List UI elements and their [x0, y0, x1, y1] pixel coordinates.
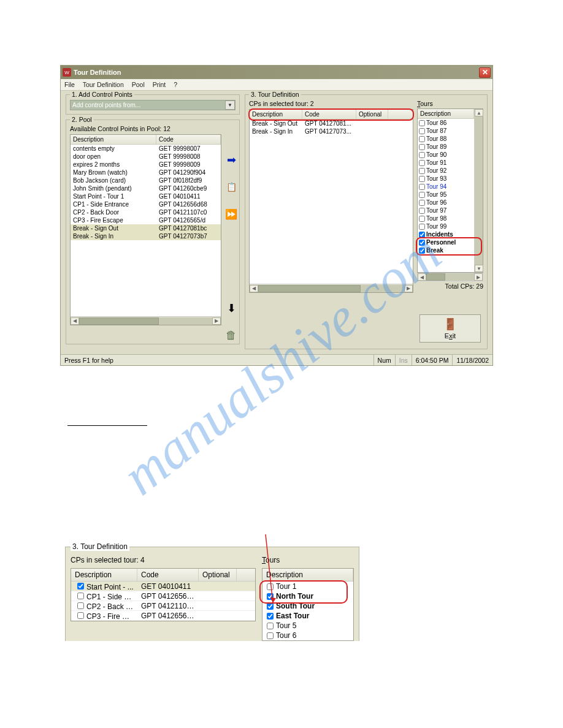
- tour-checkbox[interactable]: [419, 120, 425, 126]
- scroll-thumb[interactable]: [426, 273, 445, 281]
- tours-hscroll[interactable]: ◀ ▶: [417, 273, 483, 281]
- tour-checkbox[interactable]: [419, 216, 425, 222]
- pool-hscroll[interactable]: ◀ ▶: [71, 316, 221, 325]
- scroll-track[interactable]: [426, 273, 474, 281]
- pool-row[interactable]: Break - Sign OutGPT 04127081bc: [71, 224, 221, 232]
- scroll-left-icon[interactable]: ◀: [418, 273, 426, 281]
- lower-row-checkbox[interactable]: [77, 612, 84, 619]
- scroll-track[interactable]: [258, 285, 404, 292]
- pool-row[interactable]: contents emptyGET 99998007: [71, 145, 221, 153]
- tour-checkbox[interactable]: [419, 152, 425, 158]
- scroll-right-icon[interactable]: ▶: [404, 285, 413, 292]
- lower-tours-table[interactable]: Description Tour 1North TourSouth TourEa…: [262, 568, 354, 641]
- menu-pool[interactable]: Pool: [132, 81, 145, 88]
- lower-tour-row[interactable]: North Tour: [262, 591, 353, 601]
- cps-header-code[interactable]: Code: [302, 110, 356, 119]
- tour-checkbox[interactable]: [419, 208, 425, 214]
- tour-checkbox[interactable]: [419, 176, 425, 182]
- tour-checkbox[interactable]: [419, 240, 425, 246]
- tour-row[interactable]: Tour 93: [418, 175, 474, 183]
- pool-row[interactable]: door openGET 99998008: [71, 153, 221, 161]
- lower-tour-checkbox[interactable]: [267, 613, 274, 620]
- tour-checkbox[interactable]: [419, 128, 425, 134]
- lower-tour-row[interactable]: Tour 1: [262, 582, 353, 591]
- tour-row[interactable]: Tour 96: [418, 199, 474, 207]
- tour-row[interactable]: Tour 92: [418, 167, 474, 175]
- scroll-right-icon[interactable]: ▶: [474, 273, 483, 281]
- pool-row[interactable]: John Smith (pendant)GPT 041260cbe9: [71, 184, 221, 192]
- lower-header-code[interactable]: Code: [137, 569, 199, 581]
- tour-checkbox[interactable]: [419, 224, 425, 230]
- pool-header-description[interactable]: Description: [71, 135, 156, 144]
- chevron-down-icon[interactable]: ▼: [225, 100, 235, 110]
- lower-header-optional[interactable]: Optional: [199, 569, 237, 581]
- cps-header-optional[interactable]: Optional: [356, 110, 388, 119]
- lower-tour-checkbox[interactable]: [267, 593, 274, 600]
- menu-tour-definition[interactable]: Tour Definition: [83, 81, 124, 88]
- tour-checkbox[interactable]: [419, 232, 425, 238]
- cps-hscroll[interactable]: ◀ ▶: [250, 284, 413, 292]
- tour-row[interactable]: Tour 94: [418, 183, 474, 191]
- lower-cps-table[interactable]: Description Code Optional Start Point - …: [71, 568, 256, 621]
- tour-row[interactable]: Tour 97: [418, 207, 474, 214]
- pool-header-code[interactable]: Code: [156, 135, 221, 144]
- pool-row[interactable]: Bob Jackson (card)GPT 0f018f2df9: [71, 176, 221, 184]
- tour-row[interactable]: Tour 86: [418, 119, 474, 127]
- pool-row[interactable]: CP3 - Fire EscapeGPT 04126565/d: [71, 216, 221, 224]
- lower-tour-checkbox[interactable]: [267, 583, 274, 590]
- lower-row-checkbox[interactable]: [77, 602, 84, 609]
- tour-checkbox[interactable]: [419, 192, 425, 198]
- lower-tour-row[interactable]: Tour 6: [262, 631, 353, 640]
- lower-tours-header[interactable]: Description: [262, 569, 353, 581]
- scroll-left-icon[interactable]: ◀: [71, 317, 79, 325]
- cps-table[interactable]: Description Code Optional Break - Sign O…: [249, 109, 413, 293]
- tour-row[interactable]: Incidents: [418, 230, 474, 238]
- lower-cps-row[interactable]: CP2 - Back D...GPT 04121107...: [71, 601, 255, 611]
- pool-row[interactable]: CP1 - Side EntranceGPT 0412656d68: [71, 200, 221, 208]
- pool-row[interactable]: Mary Brown (watch)GPT 041290f904: [71, 169, 221, 176]
- lower-tour-checkbox[interactable]: [267, 603, 274, 610]
- copy-button[interactable]: 📋: [224, 180, 239, 194]
- cps-row[interactable]: Break - Sign InGPT 04127073...: [250, 127, 413, 135]
- move-all-right-button[interactable]: ⏩: [224, 207, 239, 221]
- lower-row-checkbox[interactable]: [77, 593, 84, 599]
- tour-checkbox[interactable]: [419, 144, 425, 150]
- tour-row[interactable]: Tour 90: [418, 151, 474, 159]
- lower-cps-row[interactable]: CP1 - Side E...GPT 0412656d...: [71, 591, 255, 601]
- tour-row[interactable]: Tour 89: [418, 143, 474, 151]
- tour-checkbox[interactable]: [419, 184, 425, 190]
- tour-checkbox[interactable]: [419, 160, 425, 166]
- lower-row-checkbox[interactable]: [77, 583, 84, 590]
- lower-cps-row[interactable]: Start Point - ...GET 04010411: [71, 582, 255, 591]
- lower-tour-checkbox[interactable]: [267, 632, 274, 639]
- tour-checkbox[interactable]: [419, 248, 425, 254]
- tour-checkbox[interactable]: [419, 136, 425, 142]
- scroll-thumb[interactable]: [258, 285, 361, 292]
- pool-row[interactable]: Start Point - Tour 1GET 04010411: [71, 192, 221, 200]
- lower-header-description[interactable]: Description: [71, 569, 137, 581]
- pool-row[interactable]: CP2 - Back DoorGPT 04121107c0: [71, 208, 221, 216]
- lower-tour-row[interactable]: Tour 5: [262, 621, 353, 631]
- cps-header-description[interactable]: Description: [250, 110, 302, 119]
- pool-row[interactable]: expires 2 monthsGET 99998009: [71, 161, 221, 169]
- tour-row[interactable]: Tour 95: [418, 191, 474, 199]
- move-down-button[interactable]: ⬇: [224, 301, 239, 316]
- tours-table[interactable]: Description Tour 86Tour 87Tour 88Tour 89…: [417, 108, 483, 273]
- close-button[interactable]: ✕: [479, 67, 491, 78]
- lower-tour-checkbox[interactable]: [267, 623, 274, 629]
- cps-row[interactable]: Break - Sign OutGPT 04127081...: [250, 119, 413, 127]
- tours-header-description[interactable]: Description: [418, 109, 474, 118]
- tour-row[interactable]: Tour 98: [418, 214, 474, 222]
- scroll-track[interactable]: [79, 317, 212, 325]
- menu-file[interactable]: File: [64, 81, 75, 88]
- lower-cps-row[interactable]: CP3 - Fire Es...GPT 04126565...: [71, 611, 255, 621]
- scroll-down-icon[interactable]: ▼: [475, 265, 483, 272]
- lower-tour-row[interactable]: South Tour: [262, 601, 353, 611]
- lower-tour-row[interactable]: East Tour: [262, 611, 353, 621]
- tour-row[interactable]: Tour 91: [418, 159, 474, 167]
- menu-help[interactable]: ?: [174, 81, 177, 88]
- tour-row[interactable]: Break: [418, 246, 474, 254]
- tour-row[interactable]: Tour 88: [418, 135, 474, 143]
- vscroll-thumb[interactable]: [475, 116, 483, 265]
- menu-print[interactable]: Print: [153, 81, 166, 88]
